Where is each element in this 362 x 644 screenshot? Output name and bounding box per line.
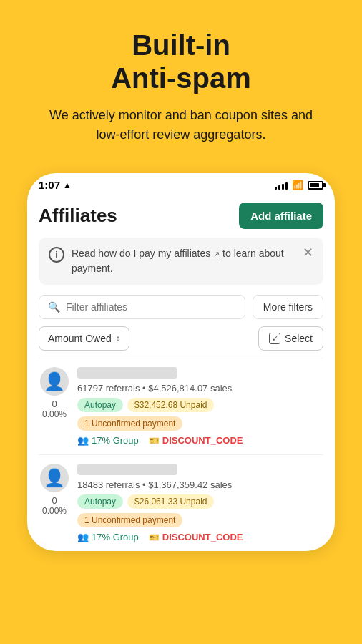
avatar-icon: 👤: [44, 468, 65, 488]
info-text: Read how do I pay my affiliates ↗ to lea…: [72, 246, 295, 276]
phone-frame: 1:07 ▲ 📶 Affiliates Add affiliate i Read…: [27, 173, 335, 551]
unconfirmed-badge: 1 Unconfirmed payment: [77, 416, 182, 431]
hero-section: Built-inAnti-spam We actively monitor an…: [0, 0, 362, 159]
info-banner: i Read how do I pay my affiliates ↗ to l…: [39, 238, 323, 285]
hero-title: Built-inAnti-spam: [21, 29, 341, 94]
group-label: 👥 17% Group: [77, 435, 139, 446]
battery-icon: [308, 181, 323, 190]
select-button[interactable]: Select: [258, 326, 323, 351]
avatar: 👤: [40, 367, 69, 396]
add-affiliate-button[interactable]: Add affiliate: [239, 203, 323, 229]
affiliate-name: [77, 367, 177, 379]
checkbox-icon: [269, 333, 280, 344]
affiliate-meta: 👥 17% Group 🎫 DISCOUNT_CODE: [77, 435, 323, 446]
affiliate-info: 18483 referrals • $1,367,359.42 sales Au…: [77, 464, 323, 542]
badges: Autopay $32,452.68 Unpaid 1 Unconfirmed …: [77, 398, 323, 431]
discount-code: 🎫 DISCOUNT_CODE: [149, 532, 243, 542]
affiliate-list: 👤 0 0.00% 61797 referrals • $4,526,814.0…: [27, 358, 335, 551]
payment-info-link[interactable]: how do I pay my affiliates ↗: [98, 248, 220, 259]
more-filters-button[interactable]: More filters: [253, 295, 323, 319]
autopay-badge: Autopay: [77, 494, 123, 509]
affiliate-left: 👤 0 0.00%: [39, 367, 70, 419]
ticket-icon: 🎫: [149, 532, 160, 542]
filter-row: 🔍 More filters: [27, 295, 335, 326]
group-label: 👥 17% Group: [77, 532, 139, 542]
location-icon: ▲: [63, 180, 72, 190]
people-icon: 👥: [77, 435, 89, 446]
sort-arrow-icon: ↕: [116, 333, 120, 343]
sort-select-row: Amount Owed ↕ Select: [27, 326, 335, 358]
external-link-icon: ↗: [213, 250, 220, 258]
hero-subtitle: We actively monitor and ban coupon sites…: [38, 106, 324, 145]
list-item[interactable]: 👤 0 0.00% 61797 referrals • $4,526,814.0…: [39, 358, 323, 454]
search-icon: 🔍: [48, 301, 60, 313]
affiliate-score: 0 0.00%: [42, 399, 67, 419]
affiliate-info: 61797 referrals • $4,526,814.07 sales Au…: [77, 367, 323, 446]
autopay-badge: Autopay: [77, 398, 123, 412]
app-title: Affiliates: [39, 205, 117, 227]
avatar: 👤: [40, 464, 69, 492]
discount-code: 🎫 DISCOUNT_CODE: [149, 435, 243, 446]
affiliate-meta: 👥 17% Group 🎫 DISCOUNT_CODE: [77, 532, 323, 542]
status-bar: 1:07 ▲ 📶: [27, 173, 335, 195]
status-time: 1:07 ▲: [39, 179, 72, 191]
app-header: Affiliates Add affiliate: [27, 195, 335, 238]
affiliate-name: [77, 464, 177, 475]
close-icon[interactable]: ✕: [303, 246, 313, 259]
ticket-icon: 🎫: [149, 436, 160, 446]
avatar-icon: 👤: [44, 371, 65, 391]
amount-owed-sort-button[interactable]: Amount Owed ↕: [39, 326, 129, 351]
status-icons: 📶: [275, 180, 323, 190]
people-icon: 👥: [77, 532, 89, 542]
unconfirmed-badge: 1 Unconfirmed payment: [77, 513, 182, 527]
list-item[interactable]: 👤 0 0.00% 18483 referrals • $1,367,359.4…: [39, 454, 323, 551]
search-input[interactable]: [66, 301, 236, 313]
search-box[interactable]: 🔍: [39, 295, 245, 319]
affiliate-left: 👤 0 0.00%: [39, 464, 70, 516]
signal-icon: [275, 181, 288, 190]
unpaid-badge: $32,452.68 Unpaid: [127, 398, 214, 412]
affiliate-score: 0 0.00%: [42, 495, 67, 516]
info-icon: i: [49, 247, 64, 263]
badges: Autopay $26,061.33 Unpaid 1 Unconfirmed …: [77, 494, 323, 527]
unpaid-badge: $26,061.33 Unpaid: [127, 494, 214, 509]
wifi-icon: 📶: [292, 180, 303, 190]
